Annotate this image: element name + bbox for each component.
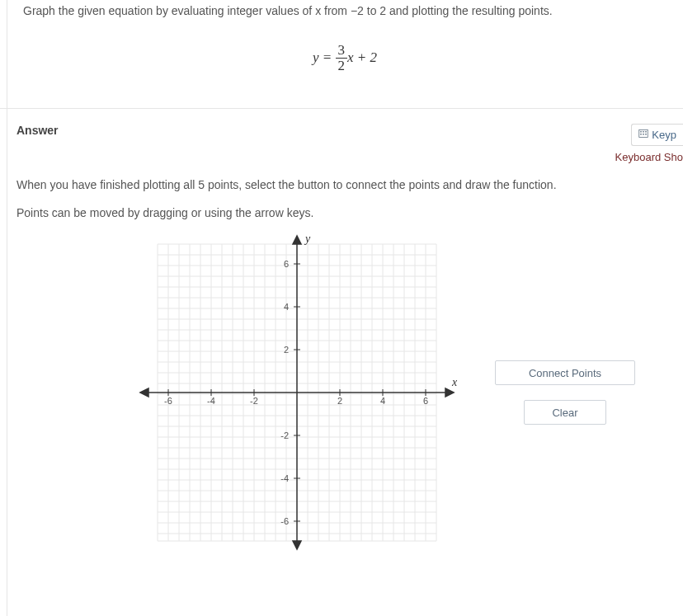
svg-rect-3 (646, 131, 648, 133)
graph-svg[interactable]: y x -6 -4 -2 2 4 6 6 4 2 -2 -4 -6 (132, 228, 462, 557)
svg-rect-1 (641, 131, 643, 133)
clear-button[interactable]: Clear (524, 400, 606, 425)
question-area: Graph the given equation by evaluating i… (0, 0, 683, 109)
keypad-button[interactable]: Keyp (631, 124, 683, 146)
fraction-denominator: 2 (336, 59, 348, 74)
svg-rect-4 (641, 134, 643, 135)
keypad-label: Keyp (652, 129, 676, 141)
svg-text:-6: -6 (164, 396, 172, 406)
svg-text:4: 4 (380, 396, 385, 406)
answer-header: Answer Keyp Keyboard Sho (0, 109, 683, 163)
arrow-left-icon (140, 388, 148, 397)
answer-label: Answer (16, 124, 59, 137)
arrow-up-icon (293, 236, 301, 244)
instructions-area: When you have finished plotting all 5 po… (0, 163, 683, 557)
svg-text:-4: -4 (207, 396, 215, 406)
svg-text:6: 6 (423, 396, 428, 406)
fraction-numerator: 3 (336, 43, 348, 59)
equation: y = 3 2 x + 2 (23, 43, 667, 74)
equation-fraction: 3 2 (336, 43, 348, 74)
svg-text:6: 6 (284, 259, 289, 269)
keyboard-shortcuts-link[interactable]: Keyboard Sho (615, 151, 683, 163)
svg-text:4: 4 (284, 302, 289, 312)
connect-points-button[interactable]: Connect Points (495, 360, 635, 385)
x-axis-label: x (451, 376, 458, 388)
svg-rect-5 (643, 134, 645, 135)
key-area: Keyp Keyboard Sho (615, 124, 683, 163)
y-axis-label: y (304, 233, 311, 245)
question-prompt: Graph the given equation by evaluating i… (23, 0, 667, 20)
svg-text:2: 2 (337, 396, 342, 406)
arrow-down-icon (293, 541, 301, 549)
equation-rhs: x + 2 (347, 49, 377, 65)
instruction-line2: Points can be moved by dragging or using… (16, 206, 667, 219)
svg-rect-2 (643, 131, 645, 133)
svg-text:-4: -4 (280, 473, 289, 483)
axis-labels: y x (304, 233, 458, 388)
svg-text:2: 2 (284, 345, 289, 355)
keypad-icon (638, 129, 648, 141)
axes (140, 236, 454, 549)
svg-text:-6: -6 (280, 516, 289, 526)
graph-row: y x -6 -4 -2 2 4 6 6 4 2 -2 -4 -6 (16, 228, 667, 557)
svg-text:-2: -2 (280, 430, 289, 440)
instruction-line1: When you have finished plotting all 5 po… (16, 178, 667, 191)
svg-text:-2: -2 (250, 396, 258, 406)
svg-rect-6 (646, 134, 648, 135)
equation-lhs: y = (313, 49, 332, 65)
arrow-right-icon (445, 388, 454, 397)
graph-controls: Connect Points Clear (495, 360, 635, 425)
coordinate-plane[interactable]: y x -6 -4 -2 2 4 6 6 4 2 -2 -4 -6 (132, 228, 462, 557)
